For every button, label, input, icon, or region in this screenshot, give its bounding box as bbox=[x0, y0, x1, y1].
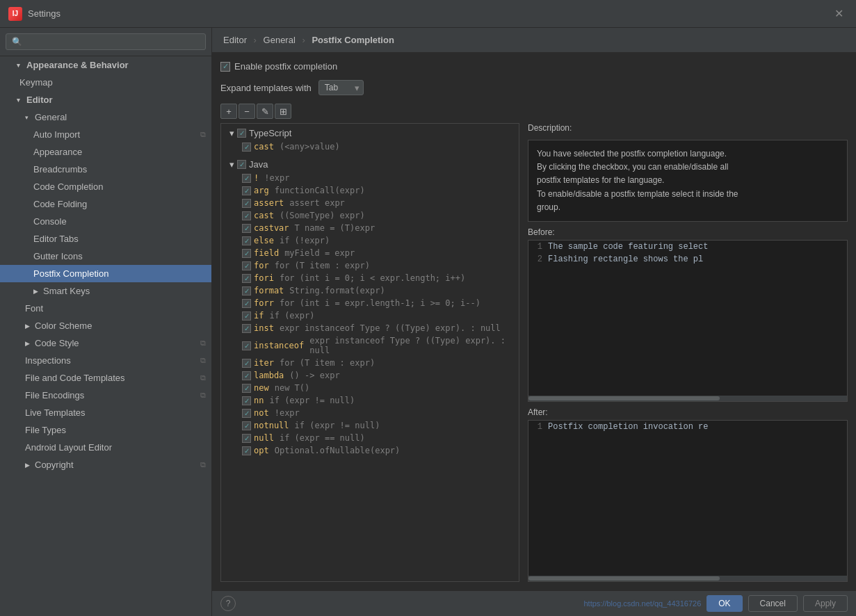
tree-item[interactable]: if if (expr) bbox=[227, 309, 513, 322]
sidebar-item-inspections[interactable]: Inspections ⧉ bbox=[0, 352, 211, 369]
search-input[interactable] bbox=[6, 33, 206, 50]
close-button[interactable]: ✕ bbox=[830, 6, 848, 22]
item-checkbox[interactable] bbox=[242, 249, 251, 258]
item-checkbox[interactable] bbox=[242, 236, 251, 245]
item-checkbox[interactable] bbox=[242, 324, 251, 333]
item-name: forr bbox=[254, 298, 274, 308]
item-checkbox[interactable] bbox=[242, 311, 251, 321]
item-checkbox[interactable] bbox=[242, 421, 251, 430]
sidebar-item-breadcrumbs[interactable]: Breadcrumbs bbox=[0, 161, 211, 178]
sidebar-item-android-layout-editor[interactable]: Android Layout Editor bbox=[0, 439, 211, 456]
remove-button[interactable]: − bbox=[239, 104, 255, 119]
copy-icon: ⧉ bbox=[200, 130, 206, 139]
sidebar-item-editor-tabs[interactable]: Editor Tabs bbox=[0, 230, 211, 248]
expand-select[interactable]: Tab Space Enter bbox=[318, 80, 364, 95]
item-checkbox[interactable] bbox=[242, 143, 251, 152]
tree-item[interactable]: castvar T name = (T)expr bbox=[227, 222, 513, 234]
sidebar-item-smart-keys[interactable]: ▶ Smart Keys bbox=[0, 282, 211, 300]
tree-item[interactable]: new new T() bbox=[227, 382, 513, 394]
after-code-block: 1 Postfix completion invocation re bbox=[528, 420, 848, 582]
sidebar-item-file-code-templates[interactable]: File and Code Templates ⧉ bbox=[0, 369, 211, 387]
item-name: field bbox=[254, 248, 279, 258]
tree-item[interactable]: instanceof expr instanceof Type ? ((Type… bbox=[227, 334, 513, 357]
item-checkbox[interactable] bbox=[242, 199, 251, 208]
sidebar-item-color-scheme[interactable]: ▶ Color Scheme bbox=[0, 317, 211, 334]
typescript-group-header[interactable]: ▾ TypeScript bbox=[227, 126, 513, 140]
ok-button[interactable]: OK bbox=[706, 595, 742, 612]
breadcrumb-editor[interactable]: Editor bbox=[223, 35, 247, 45]
copy-button[interactable]: ⊞ bbox=[275, 104, 291, 119]
enable-checkbox[interactable] bbox=[220, 62, 230, 72]
item-checkbox[interactable] bbox=[242, 341, 251, 350]
sidebar-item-code-style[interactable]: ▶ Code Style ⧉ bbox=[0, 334, 211, 352]
item-checkbox[interactable] bbox=[242, 174, 251, 183]
tree-item[interactable]: fori for (int i = 0; i < expr.length; i+… bbox=[227, 272, 513, 284]
sidebar-item-auto-import[interactable]: Auto Import ⧉ bbox=[0, 126, 211, 143]
tree-item[interactable]: assert assert expr bbox=[227, 197, 513, 209]
item-checkbox[interactable] bbox=[242, 211, 251, 220]
sidebar-item-font[interactable]: Font bbox=[0, 300, 211, 317]
tree-item[interactable]: cast (<any>value) bbox=[227, 140, 513, 153]
tree-item[interactable]: lambda () -> expr bbox=[227, 369, 513, 382]
title-bar-left: IJ Settings bbox=[8, 7, 60, 21]
breadcrumb-general[interactable]: General bbox=[264, 35, 296, 45]
item-checkbox[interactable] bbox=[242, 261, 251, 270]
tree-item[interactable]: arg functionCall(expr) bbox=[227, 184, 513, 197]
cancel-button[interactable]: Cancel bbox=[748, 595, 798, 612]
typescript-checkbox[interactable] bbox=[237, 129, 246, 138]
sidebar-item-file-types[interactable]: File Types bbox=[0, 421, 211, 439]
edit-button[interactable]: ✎ bbox=[257, 104, 273, 119]
description-label-text: Description: bbox=[528, 123, 848, 133]
sidebar-item-live-templates[interactable]: Live Templates bbox=[0, 404, 211, 421]
java-checkbox[interactable] bbox=[237, 160, 246, 169]
item-checkbox[interactable] bbox=[242, 371, 251, 380]
sidebar-item-gutter-icons[interactable]: Gutter Icons bbox=[0, 248, 211, 265]
tree-item[interactable]: null if (expr == null) bbox=[227, 432, 513, 444]
sidebar-item-code-completion[interactable]: Code Completion bbox=[0, 178, 211, 195]
item-checkbox[interactable] bbox=[242, 299, 251, 308]
sidebar-item-editor[interactable]: ▾ Editor bbox=[0, 91, 211, 108]
tree-item[interactable]: inst expr instanceof Type ? ((Type) expr… bbox=[227, 322, 513, 334]
item-checkbox[interactable] bbox=[242, 396, 251, 405]
sidebar-item-code-folding[interactable]: Code Folding bbox=[0, 195, 211, 213]
help-button[interactable]: ? bbox=[220, 596, 236, 611]
sidebar-item-appearance[interactable]: Appearance bbox=[0, 143, 211, 161]
item-checkbox[interactable] bbox=[242, 446, 251, 455]
tree-item[interactable]: cast ((SomeType) expr) bbox=[227, 209, 513, 222]
item-checkbox[interactable] bbox=[242, 224, 251, 233]
tree-item[interactable]: for for (T item : expr) bbox=[227, 259, 513, 272]
tree-item[interactable]: opt Optional.ofNullable(expr) bbox=[227, 444, 513, 457]
url-text: https://blog.csdn.net/qq_44316726 bbox=[583, 599, 701, 608]
item-checkbox[interactable] bbox=[242, 409, 251, 418]
tree-item[interactable]: notnull if (expr != null) bbox=[227, 419, 513, 432]
tree-item[interactable]: else if (!expr) bbox=[227, 234, 513, 247]
item-checkbox[interactable] bbox=[242, 359, 251, 368]
sidebar-item-appearance-behavior[interactable]: ▾ Appearance & Behavior bbox=[0, 56, 211, 74]
code-scrollbar[interactable] bbox=[528, 576, 847, 581]
apply-button[interactable]: Apply bbox=[803, 595, 848, 612]
code-scrollbar[interactable] bbox=[528, 396, 847, 401]
tree-item[interactable]: nn if (expr != null) bbox=[227, 394, 513, 407]
item-checkbox[interactable] bbox=[242, 186, 251, 195]
java-group-header[interactable]: ▾ Java bbox=[227, 157, 513, 172]
item-checkbox[interactable] bbox=[242, 286, 251, 295]
sidebar-item-file-encodings[interactable]: File Encodings ⧉ bbox=[0, 387, 211, 404]
item-checkbox[interactable] bbox=[242, 434, 251, 443]
sidebar-item-copyright[interactable]: ▶ Copyright ⧉ bbox=[0, 456, 211, 473]
tree-item[interactable]: not !expr bbox=[227, 407, 513, 419]
tree-item[interactable]: iter for (T item : expr) bbox=[227, 357, 513, 369]
sidebar-item-general[interactable]: ▾ General bbox=[0, 108, 211, 126]
sidebar-item-console[interactable]: Console bbox=[0, 213, 211, 230]
sidebar-item-postfix-completion[interactable]: Postfix Completion bbox=[0, 265, 211, 282]
enable-checkbox-wrap[interactable]: Enable postfix completion bbox=[220, 61, 337, 72]
item-desc: for (T item : expr) bbox=[280, 358, 375, 368]
tree-item[interactable]: format String.format(expr) bbox=[227, 284, 513, 297]
tree-item[interactable]: forr for (int i = expr.length-1; i >= 0;… bbox=[227, 297, 513, 309]
tree-item[interactable]: ! !expr bbox=[227, 172, 513, 184]
sidebar-item-keymap[interactable]: Keymap bbox=[0, 74, 211, 91]
item-desc: for (int i = 0; i < expr.length; i++) bbox=[280, 273, 465, 283]
tree-item[interactable]: field myField = expr bbox=[227, 247, 513, 259]
add-button[interactable]: + bbox=[220, 104, 237, 119]
item-checkbox[interactable] bbox=[242, 384, 251, 393]
item-checkbox[interactable] bbox=[242, 274, 251, 283]
